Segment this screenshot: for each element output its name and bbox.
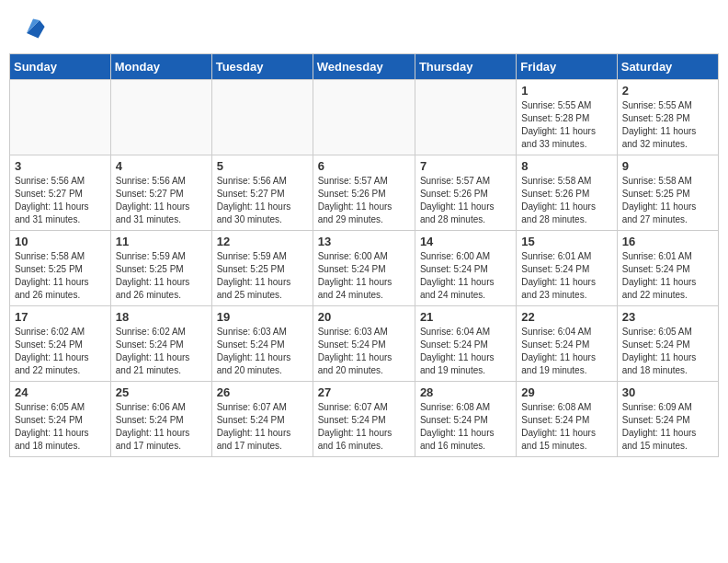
day-info: Sunrise: 5:59 AM Sunset: 5:25 PM Dayligh… [217, 250, 308, 302]
day-number: 14 [420, 235, 511, 248]
calendar-header-row: SundayMondayTuesdayWednesdayThursdayFrid… [10, 54, 719, 80]
day-number: 19 [217, 310, 308, 324]
calendar-week-row: 3Sunrise: 5:56 AM Sunset: 5:27 PM Daylig… [10, 155, 719, 231]
day-info: Sunrise: 6:06 AM Sunset: 5:24 PM Dayligh… [116, 401, 207, 453]
weekday-header: Monday [110, 54, 211, 80]
calendar-cell: 16Sunrise: 6:01 AM Sunset: 5:24 PM Dayli… [617, 231, 718, 306]
calendar-cell: 23Sunrise: 6:05 AM Sunset: 5:24 PM Dayli… [617, 306, 718, 382]
day-number: 13 [318, 235, 410, 248]
day-number: 16 [622, 235, 713, 248]
calendar-cell: 9Sunrise: 5:58 AM Sunset: 5:25 PM Daylig… [617, 155, 718, 231]
calendar-cell [415, 80, 516, 155]
day-number: 2 [622, 84, 713, 98]
calendar-cell: 7Sunrise: 5:57 AM Sunset: 5:26 PM Daylig… [415, 155, 516, 231]
day-number: 21 [420, 310, 511, 324]
calendar-table: SundayMondayTuesdayWednesdayThursdayFrid… [9, 53, 719, 457]
day-number: 12 [217, 235, 308, 248]
day-info: Sunrise: 5:56 AM Sunset: 5:27 PM Dayligh… [217, 175, 308, 226]
day-info: Sunrise: 6:02 AM Sunset: 5:24 PM Dayligh… [116, 326, 207, 377]
day-number: 1 [521, 84, 611, 98]
day-number: 17 [15, 310, 106, 324]
calendar-cell [10, 80, 111, 155]
calendar-cell: 25Sunrise: 6:06 AM Sunset: 5:24 PM Dayli… [110, 382, 211, 457]
day-info: Sunrise: 5:57 AM Sunset: 5:26 PM Dayligh… [420, 175, 511, 226]
weekday-header: Tuesday [211, 54, 313, 80]
day-number: 6 [318, 159, 410, 173]
day-number: 27 [318, 385, 410, 399]
day-info: Sunrise: 5:55 AM Sunset: 5:28 PM Dayligh… [521, 99, 611, 151]
logo [18, 14, 46, 40]
day-number: 23 [622, 310, 713, 324]
day-number: 25 [116, 385, 207, 399]
calendar-cell: 12Sunrise: 5:59 AM Sunset: 5:25 PM Dayli… [211, 231, 313, 306]
day-info: Sunrise: 5:55 AM Sunset: 5:28 PM Dayligh… [622, 99, 713, 151]
calendar-cell: 14Sunrise: 6:00 AM Sunset: 5:24 PM Dayli… [415, 231, 516, 306]
day-info: Sunrise: 6:07 AM Sunset: 5:24 PM Dayligh… [217, 401, 308, 453]
day-number: 20 [318, 310, 410, 324]
day-info: Sunrise: 6:00 AM Sunset: 5:24 PM Dayligh… [420, 250, 511, 302]
calendar-cell: 11Sunrise: 5:59 AM Sunset: 5:25 PM Dayli… [110, 231, 211, 306]
day-info: Sunrise: 6:03 AM Sunset: 5:24 PM Dayligh… [318, 326, 410, 377]
day-number: 24 [15, 385, 106, 399]
calendar-cell: 4Sunrise: 5:56 AM Sunset: 5:27 PM Daylig… [110, 155, 211, 231]
day-info: Sunrise: 5:57 AM Sunset: 5:26 PM Dayligh… [318, 175, 410, 226]
day-number: 15 [521, 235, 611, 248]
calendar-cell: 1Sunrise: 5:55 AM Sunset: 5:28 PM Daylig… [517, 80, 617, 155]
day-info: Sunrise: 5:58 AM Sunset: 5:26 PM Dayligh… [521, 175, 611, 226]
calendar-cell: 29Sunrise: 6:08 AM Sunset: 5:24 PM Dayli… [517, 382, 617, 457]
day-number: 10 [15, 235, 106, 248]
day-info: Sunrise: 6:07 AM Sunset: 5:24 PM Dayligh… [318, 401, 410, 453]
day-info: Sunrise: 6:08 AM Sunset: 5:24 PM Dayligh… [420, 401, 511, 453]
calendar-cell: 30Sunrise: 6:09 AM Sunset: 5:24 PM Dayli… [617, 382, 718, 457]
day-number: 9 [622, 159, 713, 173]
weekday-header: Thursday [415, 54, 516, 80]
day-number: 18 [116, 310, 207, 324]
calendar-cell: 2Sunrise: 5:55 AM Sunset: 5:28 PM Daylig… [617, 80, 718, 155]
day-number: 29 [521, 385, 611, 399]
day-number: 22 [521, 310, 611, 324]
day-info: Sunrise: 6:08 AM Sunset: 5:24 PM Dayligh… [521, 401, 611, 453]
weekday-header: Sunday [10, 54, 111, 80]
day-info: Sunrise: 6:05 AM Sunset: 5:24 PM Dayligh… [15, 401, 106, 453]
day-number: 5 [217, 159, 308, 173]
day-info: Sunrise: 6:09 AM Sunset: 5:24 PM Dayligh… [622, 401, 713, 453]
day-info: Sunrise: 5:58 AM Sunset: 5:25 PM Dayligh… [622, 175, 713, 226]
calendar-cell: 22Sunrise: 6:04 AM Sunset: 5:24 PM Dayli… [517, 306, 617, 382]
day-info: Sunrise: 6:00 AM Sunset: 5:24 PM Dayligh… [318, 250, 410, 302]
weekday-header: Wednesday [313, 54, 415, 80]
day-info: Sunrise: 5:56 AM Sunset: 5:27 PM Dayligh… [116, 175, 207, 226]
day-number: 28 [420, 385, 511, 399]
calendar-cell: 10Sunrise: 5:58 AM Sunset: 5:25 PM Dayli… [10, 231, 111, 306]
day-info: Sunrise: 6:03 AM Sunset: 5:24 PM Dayligh… [217, 326, 308, 377]
day-info: Sunrise: 6:04 AM Sunset: 5:24 PM Dayligh… [521, 326, 611, 377]
calendar-cell: 8Sunrise: 5:58 AM Sunset: 5:26 PM Daylig… [517, 155, 617, 231]
calendar-cell: 15Sunrise: 6:01 AM Sunset: 5:24 PM Dayli… [517, 231, 617, 306]
day-info: Sunrise: 5:56 AM Sunset: 5:27 PM Dayligh… [15, 175, 106, 226]
day-number: 30 [622, 385, 713, 399]
calendar-cell [211, 80, 313, 155]
day-info: Sunrise: 5:58 AM Sunset: 5:25 PM Dayligh… [15, 250, 106, 302]
day-info: Sunrise: 5:59 AM Sunset: 5:25 PM Dayligh… [116, 250, 207, 302]
calendar-cell: 27Sunrise: 6:07 AM Sunset: 5:24 PM Dayli… [313, 382, 415, 457]
calendar-cell: 5Sunrise: 5:56 AM Sunset: 5:27 PM Daylig… [211, 155, 313, 231]
day-number: 26 [217, 385, 308, 399]
calendar-week-row: 17Sunrise: 6:02 AM Sunset: 5:24 PM Dayli… [10, 306, 719, 382]
day-info: Sunrise: 6:05 AM Sunset: 5:24 PM Dayligh… [622, 326, 713, 377]
weekday-header: Friday [517, 54, 617, 80]
weekday-header: Saturday [617, 54, 718, 80]
calendar-cell: 28Sunrise: 6:08 AM Sunset: 5:24 PM Dayli… [415, 382, 516, 457]
day-number: 8 [521, 159, 611, 173]
page-header [9, 9, 719, 44]
calendar-week-row: 10Sunrise: 5:58 AM Sunset: 5:25 PM Dayli… [10, 231, 719, 306]
day-info: Sunrise: 6:01 AM Sunset: 5:24 PM Dayligh… [622, 250, 713, 302]
calendar-cell: 26Sunrise: 6:07 AM Sunset: 5:24 PM Dayli… [211, 382, 313, 457]
calendar-cell: 6Sunrise: 5:57 AM Sunset: 5:26 PM Daylig… [313, 155, 415, 231]
day-number: 7 [420, 159, 511, 173]
calendar-cell [313, 80, 415, 155]
calendar-cell: 18Sunrise: 6:02 AM Sunset: 5:24 PM Dayli… [110, 306, 211, 382]
day-number: 4 [116, 159, 207, 173]
day-number: 11 [116, 235, 207, 248]
calendar-cell: 24Sunrise: 6:05 AM Sunset: 5:24 PM Dayli… [10, 382, 111, 457]
day-number: 3 [15, 159, 106, 173]
calendar-cell: 20Sunrise: 6:03 AM Sunset: 5:24 PM Dayli… [313, 306, 415, 382]
